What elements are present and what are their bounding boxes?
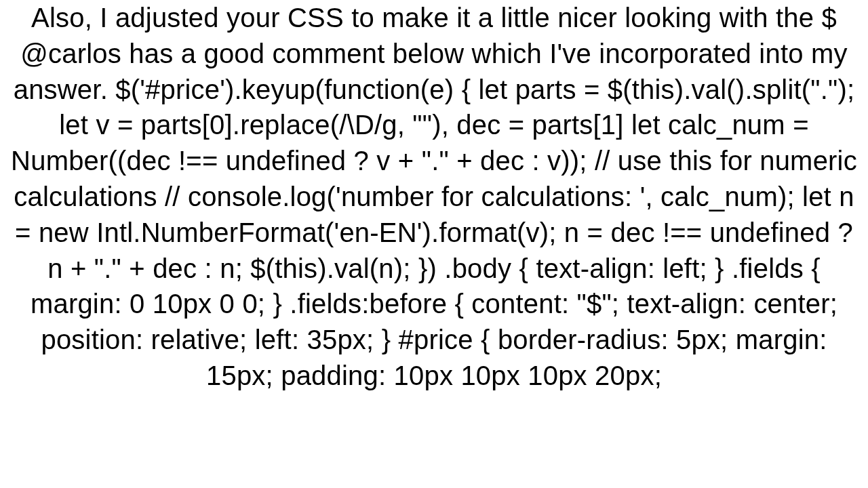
- answer-body-text: Also, I adjusted your CSS to make it a l…: [0, 0, 868, 394]
